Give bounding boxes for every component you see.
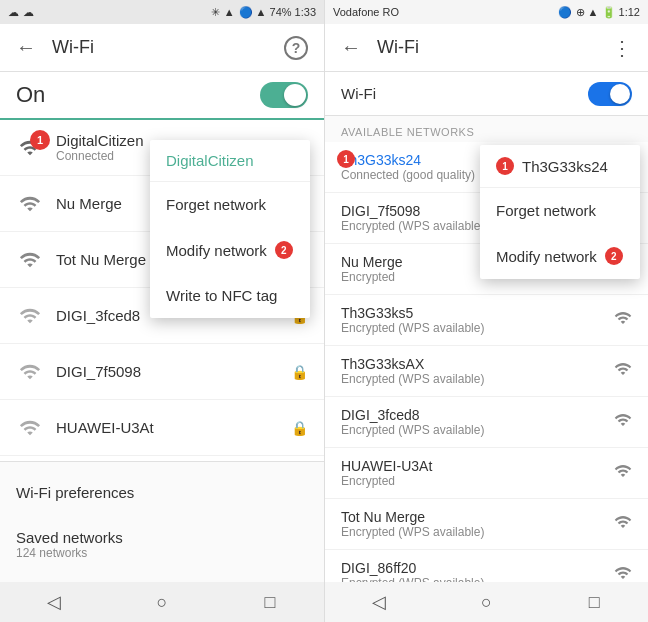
net-name-right-th3g33ks5: Th3G33ks5 bbox=[341, 305, 606, 321]
top-bar-right: ← Wi-Fi ⋮ bbox=[325, 24, 648, 72]
forget-network-button-right[interactable]: Forget network bbox=[480, 188, 640, 233]
page-title-right: Wi-Fi bbox=[377, 37, 596, 58]
wifi-icon-right-4 bbox=[614, 360, 632, 382]
notification-badge-1: 1 bbox=[30, 130, 50, 150]
saved-networks-label: Saved networks bbox=[16, 529, 123, 546]
saved-networks-count: 124 networks bbox=[16, 546, 308, 560]
wifi-icon-nomerge bbox=[16, 190, 44, 218]
wifi-icon-right-6 bbox=[614, 462, 632, 484]
wifi-icon-huawei bbox=[16, 414, 44, 442]
wifi-icon-right-7 bbox=[614, 513, 632, 535]
lock-icon-huawei: 🔒 bbox=[291, 420, 308, 436]
net-desc-right-huawei: Encrypted bbox=[341, 474, 606, 488]
saved-networks-button[interactable]: Saved networks 124 networks bbox=[0, 515, 324, 574]
top-bar-left: ← Wi-Fi ? bbox=[0, 24, 324, 72]
forget-network-label-left: Forget network bbox=[166, 196, 266, 213]
wifi-icon-digi3fced8 bbox=[16, 302, 44, 330]
status-bar-right: Vodafone RO 🔵 ⊕ ▲ 🔋 1:12 bbox=[325, 0, 648, 24]
context-menu-right-header: Th3G33ks24 bbox=[522, 158, 608, 175]
network-item-right-totnumerge[interactable]: Tot Nu Merge Encrypted (WPS available) bbox=[325, 499, 648, 550]
home-nav-button-left[interactable]: ○ bbox=[142, 592, 182, 613]
net-name-right-huawei: HUAWEI-U3At bbox=[341, 458, 606, 474]
net-desc-right-digi3fced8: Encrypted (WPS available) bbox=[341, 423, 606, 437]
network-item-right-digi86ff20[interactable]: DIGI_86ff20 Encrypted (WPS available) bbox=[325, 550, 648, 582]
network-item-right-th3g33ks5[interactable]: Th3G33ks5 Encrypted (WPS available) bbox=[325, 295, 648, 346]
wifi-toggle-right[interactable] bbox=[588, 82, 632, 106]
status-bar-left: ☁ ☁ ✳ ▲ 🔵 ▲ 74% 1:33 bbox=[0, 0, 324, 24]
page-title-left: Wi-Fi bbox=[52, 37, 268, 58]
left-panel: ☁ ☁ ✳ ▲ 🔵 ▲ 74% 1:33 ← Wi-Fi ? On 1 bbox=[0, 0, 324, 622]
net-info-right-th3g33ksax: Th3G33ksAX Encrypted (WPS available) bbox=[341, 356, 606, 386]
available-networks-label: AVAILABLE NETWORKS bbox=[325, 116, 648, 142]
context-badge-right: 1 bbox=[496, 157, 514, 175]
wifi-toggle-left[interactable] bbox=[260, 82, 308, 108]
wifi-icon-right-8 bbox=[614, 564, 632, 582]
wifi-label-right: Wi-Fi bbox=[341, 85, 376, 102]
net-desc-right-th3g33ks5: Encrypted (WPS available) bbox=[341, 321, 606, 335]
net-info-right-totnumerge: Tot Nu Merge Encrypted (WPS available) bbox=[341, 509, 606, 539]
lock-icon-digi7f5098: 🔒 bbox=[291, 364, 308, 380]
wifi-toggle-label-left: On bbox=[16, 82, 45, 108]
forget-network-label-right: Forget network bbox=[496, 202, 596, 219]
network-name-digi7f5098: DIGI_7f5098 bbox=[56, 363, 287, 380]
status-icons-left: ☁ ☁ bbox=[8, 6, 34, 19]
modify-network-label-right: Modify network bbox=[496, 248, 597, 265]
carrier-label: Vodafone RO bbox=[333, 6, 399, 18]
modify-network-badge-right: 2 bbox=[605, 247, 623, 265]
net-info-right-th3g33ks5: Th3G33ks5 Encrypted (WPS available) bbox=[341, 305, 606, 335]
help-button[interactable]: ? bbox=[284, 36, 308, 60]
notification-badge-right-1: 1 bbox=[337, 150, 355, 168]
net-name-right-digi86ff20: DIGI_86ff20 bbox=[341, 560, 606, 576]
net-name-right-totnumerge: Tot Nu Merge bbox=[341, 509, 606, 525]
back-button[interactable]: ← bbox=[16, 36, 36, 59]
recent-nav-button-right[interactable]: □ bbox=[574, 592, 614, 613]
net-desc-right-digi86ff20: Encrypted (WPS available) bbox=[341, 576, 606, 582]
status-icons-right-panel: 🔵 ⊕ ▲ 🔋 1:12 bbox=[558, 6, 640, 19]
network-item-right-huawei[interactable]: HUAWEI-U3At Encrypted bbox=[325, 448, 648, 499]
back-nav-button-right[interactable]: ◁ bbox=[359, 591, 399, 613]
wifi-preferences-button[interactable]: Wi-Fi preferences bbox=[0, 470, 324, 515]
modify-network-label-left: Modify network bbox=[166, 242, 267, 259]
net-info-right-digi86ff20: DIGI_86ff20 Encrypted (WPS available) bbox=[341, 560, 606, 582]
nav-bar-left: ◁ ○ □ bbox=[0, 582, 324, 622]
home-nav-button-right[interactable]: ○ bbox=[466, 592, 506, 613]
context-menu-right: 1 Th3G33ks24 Forget network Modify netwo… bbox=[480, 145, 640, 279]
write-nfc-button[interactable]: Write to NFC tag bbox=[150, 273, 310, 318]
net-desc-right-th3g33ksax: Encrypted (WPS available) bbox=[341, 372, 606, 386]
more-options-button[interactable]: ⋮ bbox=[612, 36, 632, 60]
bluetooth-icon: ✳ bbox=[211, 6, 220, 19]
network-item-huawei[interactable]: HUAWEI-U3At 🔒 bbox=[0, 400, 324, 456]
network-item-digi7f5098[interactable]: DIGI_7f5098 🔒 bbox=[0, 344, 324, 400]
network-info-huawei: HUAWEI-U3At bbox=[56, 419, 287, 436]
net-info-right-digi3fced8: DIGI_3fced8 Encrypted (WPS available) bbox=[341, 407, 606, 437]
network-name-huawei: HUAWEI-U3At bbox=[56, 419, 287, 436]
nav-bar-right: ◁ ○ □ bbox=[325, 582, 648, 622]
context-menu-right-header-row: 1 Th3G33ks24 bbox=[480, 145, 640, 188]
footer-left: Wi-Fi preferences Saved networks 124 net… bbox=[0, 461, 324, 582]
back-nav-button-left[interactable]: ◁ bbox=[34, 591, 74, 613]
net-name-right-digi3fced8: DIGI_3fced8 bbox=[341, 407, 606, 423]
network-item-right-th3g33ksax[interactable]: Th3G33ksAX Encrypted (WPS available) bbox=[325, 346, 648, 397]
wifi-toggle-row-left: On bbox=[0, 72, 324, 120]
status-icons-right: ✳ ▲ 🔵 ▲ 74% 1:33 bbox=[211, 6, 316, 19]
net-info-right-huawei: HUAWEI-U3At Encrypted bbox=[341, 458, 606, 488]
wifi-icon-digi7f5098 bbox=[16, 358, 44, 386]
wifi-preferences-label: Wi-Fi preferences bbox=[16, 484, 134, 501]
wifi-toggle-row-right: Wi-Fi bbox=[325, 72, 648, 116]
recent-nav-button-left[interactable]: □ bbox=[250, 592, 290, 613]
network-info-digi7f5098: DIGI_7f5098 bbox=[56, 363, 287, 380]
context-menu-header-left: DigitalCitizen bbox=[150, 140, 310, 182]
forget-network-button-left[interactable]: Forget network bbox=[150, 182, 310, 227]
modify-network-button-left[interactable]: Modify network 2 bbox=[150, 227, 310, 273]
modify-network-button-right[interactable]: Modify network 2 bbox=[480, 233, 640, 279]
wifi-icon-right-3 bbox=[614, 309, 632, 331]
write-nfc-label: Write to NFC tag bbox=[166, 287, 277, 304]
network-item-right-digi3fced8[interactable]: DIGI_3fced8 Encrypted (WPS available) bbox=[325, 397, 648, 448]
signal-icon: ▲ bbox=[224, 6, 235, 18]
wifi-icon-right-5 bbox=[614, 411, 632, 433]
cloud-icon-2: ☁ bbox=[23, 6, 34, 19]
back-button-right[interactable]: ← bbox=[341, 36, 361, 59]
net-desc-right-totnumerge: Encrypted (WPS available) bbox=[341, 525, 606, 539]
modify-network-badge-left: 2 bbox=[275, 241, 293, 259]
right-panel: Vodafone RO 🔵 ⊕ ▲ 🔋 1:12 ← Wi-Fi ⋮ Wi-Fi… bbox=[324, 0, 648, 622]
